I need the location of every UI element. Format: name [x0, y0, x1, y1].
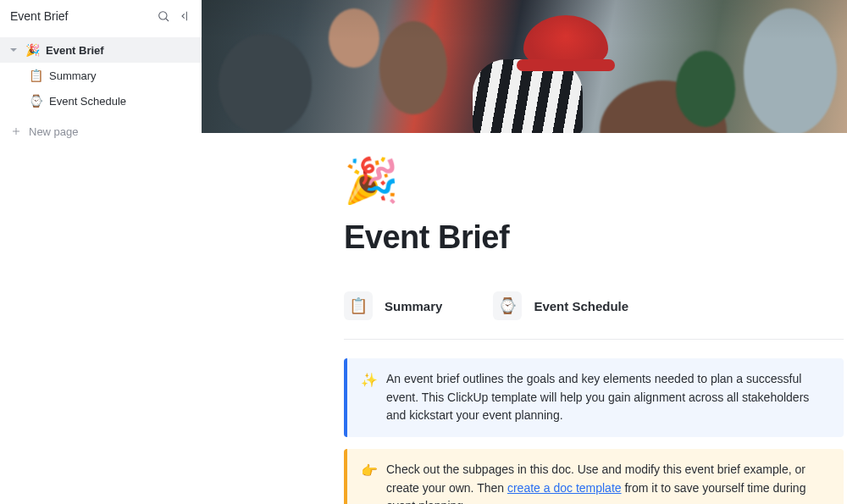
subpage-label: Event Schedule	[534, 299, 628, 313]
create-doc-template-link[interactable]: create a doc template	[507, 481, 622, 495]
pointing-right-icon: 👉	[361, 461, 378, 504]
callout-intro[interactable]: ✨ An event brief outlines the goals and …	[344, 358, 844, 437]
watch-icon: ⌚	[29, 94, 42, 108]
page-emoji[interactable]: 🎉	[344, 158, 844, 202]
callout-tip[interactable]: 👉 Check out the subpages in this doc. Us…	[344, 449, 844, 504]
main: 🎉 Event Brief 📋 Summary ⌚ Event Schedule…	[202, 0, 847, 504]
subpage-card-summary[interactable]: 📋 Summary	[344, 291, 442, 320]
subpage-label: Summary	[385, 299, 442, 313]
party-popper-icon: 🎉	[25, 43, 39, 57]
watch-icon: ⌚	[493, 291, 522, 320]
sidebar-header-actions	[156, 8, 193, 24]
sidebar-item-label: Summary	[49, 69, 97, 82]
new-page-button[interactable]: New page	[0, 119, 202, 144]
collapse-sidebar-icon[interactable]	[178, 8, 193, 24]
callout-text: An event brief outlines the goals and ke…	[386, 370, 830, 425]
plus-icon	[10, 125, 22, 137]
search-icon[interactable]	[156, 8, 171, 24]
notepad-icon: 📋	[344, 291, 373, 320]
sidebar-header: Event Brief	[0, 0, 202, 32]
sidebar: Event Brief 🎉 Event Brief 📋 Summa	[0, 0, 202, 504]
notepad-icon: 📋	[29, 69, 42, 82]
svg-point-0	[159, 12, 167, 19]
sidebar-item-label: Event Schedule	[49, 95, 126, 108]
subpages-row: 📋 Summary ⌚ Event Schedule	[344, 291, 844, 340]
sidebar-item-summary[interactable]: 📋 Summary	[0, 63, 202, 88]
new-page-label: New page	[29, 125, 79, 138]
sidebar-item-event-brief[interactable]: 🎉 Event Brief	[0, 37, 202, 63]
sidebar-item-event-schedule[interactable]: ⌚ Event Schedule	[0, 88, 202, 114]
sidebar-item-label: Event Brief	[46, 44, 104, 57]
sidebar-title: Event Brief	[10, 9, 68, 23]
app-root: Event Brief 🎉 Event Brief 📋 Summa	[0, 0, 847, 504]
subpage-card-event-schedule[interactable]: ⌚ Event Schedule	[493, 291, 628, 320]
page-title[interactable]: Event Brief	[344, 219, 844, 256]
svg-line-1	[166, 19, 169, 21]
callout-text: Check out the subpages in this doc. Use …	[386, 461, 830, 504]
sidebar-nav: 🎉 Event Brief 📋 Summary ⌚ Event Schedule…	[0, 32, 202, 144]
cover-image[interactable]	[202, 0, 847, 133]
chevron-down-icon[interactable]	[8, 46, 19, 54]
page-content: 🎉 Event Brief 📋 Summary ⌚ Event Schedule…	[202, 133, 847, 504]
sparkles-icon: ✨	[361, 370, 378, 425]
page-content-inner: 🎉 Event Brief 📋 Summary ⌚ Event Schedule…	[344, 158, 844, 504]
